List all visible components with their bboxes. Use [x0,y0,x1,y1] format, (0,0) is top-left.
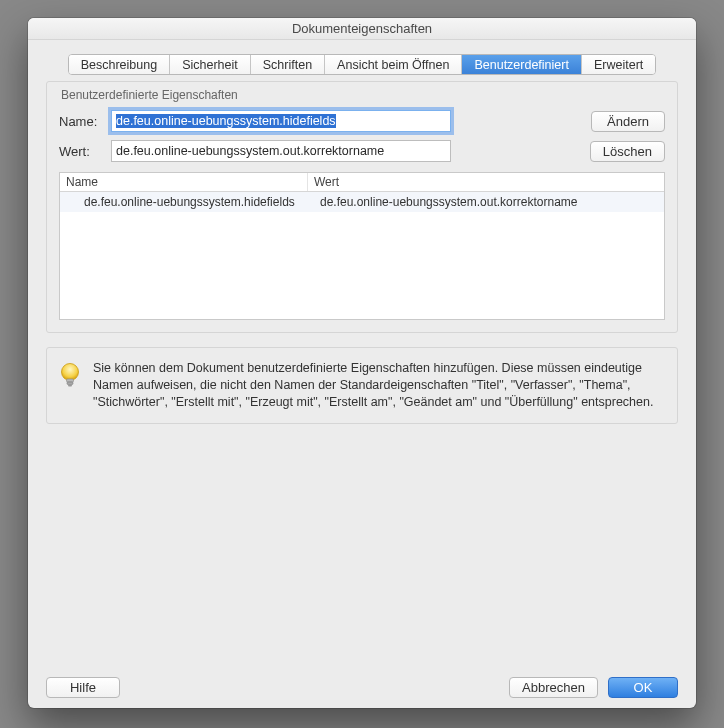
tab-ansicht-beim-oeffnen[interactable]: Ansicht beim Öffnen [325,55,462,74]
info-panel: Sie können dem Dokument benutzerdefinier… [46,347,678,424]
tab-segments: Beschreibung Sicherheit Schriften Ansich… [68,54,657,75]
name-label: Name: [59,114,111,129]
document-properties-window: Dokumenteigenschaften Beschreibung Siche… [28,18,696,708]
col-wert[interactable]: Wert [308,173,664,191]
properties-table: Name Wert de.feu.online-uebungssystem.hi… [59,172,665,320]
cancel-button[interactable]: Abbrechen [509,677,598,698]
wert-row: Wert: Löschen [59,140,665,162]
delete-button[interactable]: Löschen [590,141,665,162]
tab-benutzerdefiniert[interactable]: Benutzerdefiniert [462,55,582,74]
ok-button[interactable]: OK [608,677,678,698]
tab-sicherheit[interactable]: Sicherheit [170,55,251,74]
wert-label: Wert: [59,144,111,159]
change-button[interactable]: Ändern [591,111,665,132]
dialog-footer: Hilfe Abbrechen OK [46,667,678,698]
group-legend: Benutzerdefinierte Eigenschaften [59,82,665,110]
custom-properties-group: Benutzerdefinierte Eigenschaften Name: Ä… [46,81,678,333]
wert-input[interactable] [111,140,451,162]
window-title: Dokumenteigenschaften [28,18,696,40]
name-input[interactable] [111,110,451,132]
window-content: Beschreibung Sicherheit Schriften Ansich… [28,40,696,708]
info-text: Sie können dem Dokument benutzerdefinier… [93,360,665,411]
cell-wert: de.feu.online-uebungssystem.out.korrekto… [308,194,664,210]
lightbulb-icon [59,362,81,390]
table-body: de.feu.online-uebungssystem.hidefields d… [60,192,664,319]
tab-bar: Beschreibung Sicherheit Schriften Ansich… [46,54,678,75]
col-name[interactable]: Name [60,173,308,191]
svg-point-0 [62,364,79,381]
svg-rect-2 [67,382,73,385]
table-row[interactable]: de.feu.online-uebungssystem.hidefields d… [60,192,664,212]
table-header: Name Wert [60,173,664,192]
svg-rect-1 [67,379,74,382]
tab-beschreibung[interactable]: Beschreibung [69,55,170,74]
svg-rect-3 [68,385,72,387]
tab-schriften[interactable]: Schriften [251,55,325,74]
name-row: Name: Ändern [59,110,665,132]
cell-name: de.feu.online-uebungssystem.hidefields [60,194,308,210]
tab-erweitert[interactable]: Erweitert [582,55,655,74]
help-button[interactable]: Hilfe [46,677,120,698]
